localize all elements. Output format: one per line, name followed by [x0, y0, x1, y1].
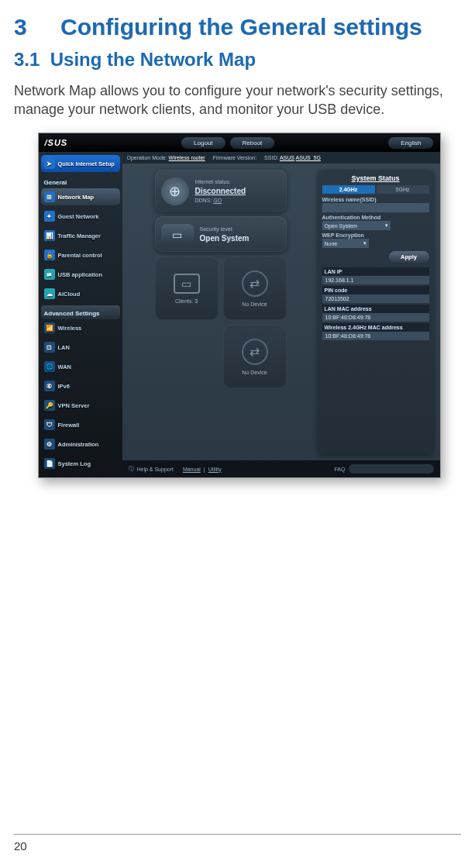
wep-select[interactable]: None▾	[322, 239, 369, 248]
sidebar-item-usb-application[interactable]: ⇄USB application	[41, 266, 120, 283]
sidebar-item-label: IPv6	[58, 383, 70, 390]
info-icon: ⓘ	[129, 465, 134, 473]
clients-count: 3	[194, 298, 198, 304]
lan-ip-label: LAN IP	[322, 267, 429, 276]
lock-icon: 🔒	[44, 250, 55, 260]
sidebar-item-label: WAN	[58, 363, 72, 370]
sidebar: ➤ Quick Internet Setup General ⊞Network …	[39, 152, 122, 477]
sidebar-item-wireless[interactable]: 📶Wireless	[41, 319, 120, 336]
sidebar-item-ipv6[interactable]: ⑥IPv6	[41, 377, 120, 394]
page-number: 20	[14, 839, 27, 852]
lan-mac-value: 10:BF:48:D8:49:78	[322, 313, 429, 322]
chapter-title: Configuring the General settings	[60, 14, 422, 40]
footer-bar: ⓘ Help & Support Manual | Utility FAQ	[122, 460, 440, 477]
security-value: Open System	[200, 233, 250, 244]
sidebar-item-firewall[interactable]: 🛡Firewall	[41, 416, 120, 433]
op-mode-label: Operation Mode:	[127, 155, 167, 160]
usb-tile-2[interactable]: ⇄ No Device	[223, 325, 287, 388]
ipv6-icon: ⑥	[44, 381, 55, 391]
sidebar-item-guest-network[interactable]: ✦Guest Network	[41, 208, 120, 225]
sidebar-item-system-log[interactable]: 📄System Log	[41, 455, 120, 472]
wireless-mac-label: Wireless 2.4GHz MAC address	[322, 323, 429, 332]
sidebar-item-aicloud[interactable]: ☁AiCloud	[41, 285, 120, 302]
chapter-heading: 3Configuring the General settings	[14, 14, 464, 41]
monitor-icon: ▭	[174, 274, 200, 294]
sidebar-group-general: General	[41, 174, 120, 188]
help-support-label: Help & Support	[137, 467, 174, 472]
usb-tile-1[interactable]: ⇄ No Device	[223, 257, 287, 320]
sidebar-item-label: Firewall	[58, 422, 80, 429]
section-title: Using the Network Map	[50, 49, 256, 70]
auth-field-label: Authentication Method	[322, 215, 429, 220]
language-button[interactable]: English	[388, 137, 433, 149]
sidebar-item-administration[interactable]: ⚙Administration	[41, 436, 120, 453]
sidebar-item-label: Network Map	[58, 194, 95, 201]
shield-icon: 🛡	[44, 419, 55, 430]
chevron-down-icon: ▾	[385, 222, 388, 229]
usb-icon: ⇄	[242, 339, 268, 365]
pin-code-value: 72013502	[322, 294, 429, 303]
sidebar-item-lan[interactable]: ⊡LAN	[41, 339, 120, 356]
lan-ip-value: 192.168.1.1	[322, 276, 429, 284]
top-bar: /SUS Logout Reboot English	[39, 133, 440, 152]
wifi-icon: 📶	[44, 322, 55, 333]
sidebar-item-network-map[interactable]: ⊞Network Map	[41, 188, 120, 205]
sidebar-item-quick-internet-setup[interactable]: ➤ Quick Internet Setup	[41, 155, 120, 172]
sidebar-item-label: System Log	[58, 460, 91, 467]
ddns-link[interactable]: GO	[213, 198, 222, 203]
sidebar-item-label: LAN	[58, 344, 70, 351]
map-icon: ⊞	[44, 191, 55, 202]
ddns-label: DDNS:	[195, 198, 212, 203]
usb-status-2: No Device	[242, 370, 267, 375]
sidebar-item-vpn-server[interactable]: 🔑VPN Server	[41, 397, 120, 414]
op-mode-value[interactable]: Wireless router	[169, 155, 205, 160]
clients-tile[interactable]: ▭ Clients: 3	[155, 257, 219, 320]
sidebar-item-label: Parental control	[58, 252, 102, 259]
usb-icon: ⇄	[242, 270, 268, 297]
chevron-down-icon: ▾	[363, 240, 367, 246]
sidebar-item-label: USB application	[58, 271, 103, 278]
system-status-title: System Status	[322, 174, 429, 182]
ssid-value-1[interactable]: ASUS	[280, 155, 294, 160]
gear-icon: ⚙	[44, 439, 55, 450]
pin-code-label: PIN code	[322, 286, 429, 294]
guest-icon: ✦	[44, 211, 55, 222]
sidebar-item-parental-control[interactable]: 🔒Parental control	[41, 246, 120, 264]
auth-select[interactable]: Open System▾	[322, 221, 391, 230]
wireless-mac-value: 10:BF:48:D8:49:78	[322, 332, 429, 340]
sidebar-item-label: Guest Network	[58, 213, 99, 220]
sidebar-group-advanced: Advanced Settings	[41, 305, 120, 319]
wep-select-value: None	[325, 241, 338, 246]
sidebar-item-label: Administration	[58, 441, 99, 448]
vpn-icon: 🔑	[44, 400, 55, 411]
reboot-button[interactable]: Reboot	[230, 137, 275, 149]
apply-button[interactable]: Apply	[389, 251, 429, 263]
section-number: 3.1	[14, 49, 40, 70]
security-card[interactable]: ▭ Security level: Open System	[155, 216, 287, 252]
utility-link[interactable]: Utility	[208, 467, 222, 472]
tab-5ghz[interactable]: 5GHz	[377, 185, 429, 194]
sidebar-item-label: AiCloud	[58, 291, 81, 298]
faq-search-input[interactable]	[349, 464, 434, 474]
internet-status-label: Internet status:	[195, 178, 246, 186]
traffic-icon: 📊	[44, 230, 55, 241]
internet-status-card[interactable]: ⊕ Internet status: Disconnected DDNS: GO	[155, 170, 287, 212]
manual-link[interactable]: Manual	[183, 467, 201, 472]
logout-button[interactable]: Logout	[181, 137, 225, 149]
page-footer: 20	[14, 834, 461, 852]
ssid-value-2[interactable]: ASUS_5G	[296, 155, 321, 160]
wep-field-label: WEP Encryption	[322, 232, 429, 238]
body-paragraph: Network Map allows you to configure your…	[14, 81, 464, 119]
cloud-icon: ☁	[44, 288, 55, 299]
tab-2-4ghz[interactable]: 2.4GHz	[322, 185, 375, 194]
security-label: Security level:	[200, 226, 250, 233]
internet-status-value: Disconnected	[195, 186, 246, 197]
clients-label: Clients:	[175, 298, 193, 304]
usb-status-1: No Device	[242, 301, 267, 307]
ssid-input[interactable]	[322, 203, 429, 212]
sidebar-item-traffic-manager[interactable]: 📊Traffic Manager	[41, 227, 120, 244]
chapter-number: 3	[14, 14, 60, 41]
brand-logo: /SUS	[45, 138, 68, 147]
sidebar-item-wan[interactable]: 🌐WAN	[41, 358, 120, 375]
router-admin-screenshot: /SUS Logout Reboot English ➤ Quick Inter…	[38, 133, 441, 478]
